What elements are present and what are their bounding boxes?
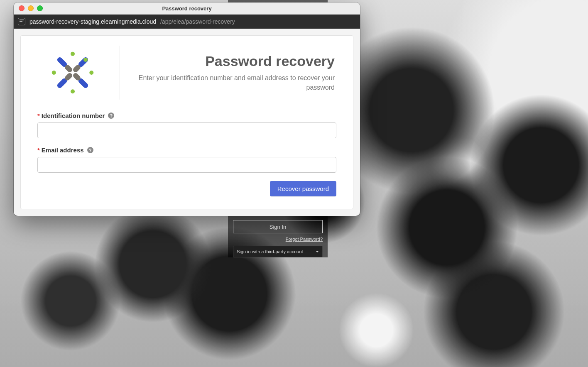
identification-label: Identification number bbox=[42, 112, 105, 119]
svg-point-8 bbox=[70, 51, 76, 57]
email-label: Email address bbox=[42, 147, 84, 154]
page-subtitle: Enter your identification number and ema… bbox=[132, 73, 335, 92]
logo-icon bbox=[48, 48, 98, 98]
page-card: Password recovery Enter your identificat… bbox=[20, 35, 353, 209]
svg-point-9 bbox=[88, 70, 94, 76]
browser-window: Password recovery password-recovery-stag… bbox=[14, 2, 360, 216]
email-field: * Email address ? bbox=[37, 147, 336, 173]
brand-logo bbox=[37, 46, 108, 100]
recover-password-button[interactable]: Recover password bbox=[270, 181, 336, 196]
svg-point-10 bbox=[51, 70, 57, 76]
required-mark: * bbox=[37, 147, 40, 154]
header-divider bbox=[120, 46, 120, 100]
chevron-down-icon bbox=[316, 251, 319, 252]
help-icon[interactable]: ? bbox=[108, 113, 114, 119]
window-titlebar: Password recovery bbox=[14, 2, 360, 15]
signin-button[interactable]: Sign In bbox=[233, 220, 323, 233]
identification-input[interactable] bbox=[37, 122, 336, 138]
help-icon[interactable]: ? bbox=[87, 147, 93, 153]
signin-button-label: Sign In bbox=[270, 224, 286, 230]
third-party-select[interactable]: Sign in with a third-party account bbox=[233, 246, 323, 257]
url-host: password-recovery-staging.elearningmedia… bbox=[29, 18, 156, 25]
url-path: /app/elea/password-recovery bbox=[160, 18, 235, 25]
third-party-label: Sign in with a third-party account bbox=[237, 249, 303, 254]
required-mark: * bbox=[37, 112, 40, 119]
site-settings-icon[interactable] bbox=[18, 18, 25, 25]
window-title: Password recovery bbox=[14, 5, 360, 12]
forgot-password-link[interactable]: Forgot Password? bbox=[228, 233, 328, 246]
svg-point-11 bbox=[70, 88, 76, 94]
identification-field: * Identification number ? bbox=[37, 112, 336, 138]
email-input[interactable] bbox=[37, 157, 336, 173]
page-title: Password recovery bbox=[132, 53, 335, 69]
address-bar[interactable]: password-recovery-staging.elearningmedia… bbox=[14, 15, 360, 29]
page-header: Password recovery Enter your identificat… bbox=[37, 46, 336, 100]
